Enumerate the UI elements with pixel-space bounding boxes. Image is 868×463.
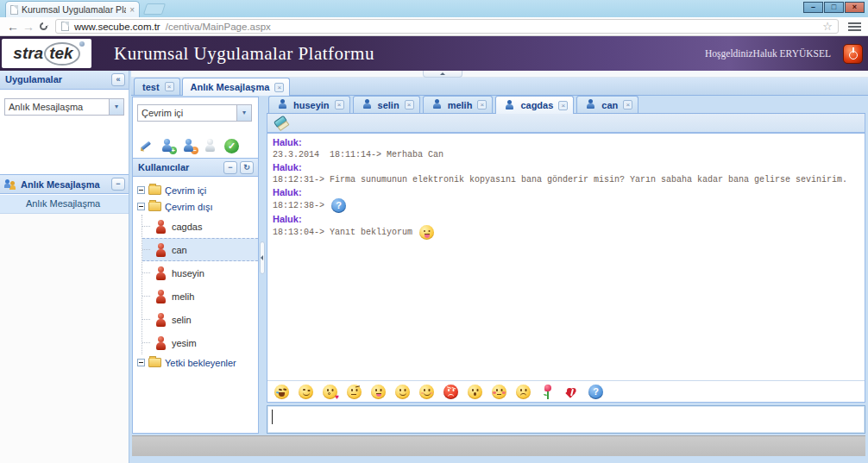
north-collapse-handle[interactable]	[423, 71, 462, 78]
tab-close-icon[interactable]: ×	[623, 100, 632, 109]
emoticon-wink[interactable]	[299, 385, 313, 399]
chat-tab-melih[interactable]: melih×	[423, 96, 494, 113]
chat-tab-can[interactable]: can×	[576, 96, 638, 113]
user-remove-icon[interactable]: −	[181, 138, 197, 153]
chat-message: Haluk:23.3.2014 18:11:14-> Merhaba Can	[273, 136, 859, 161]
chat-message: Haluk:18:12:31-> Firma sunumunun elektro…	[273, 161, 859, 186]
main-tab-anlık-mesajlaşma[interactable]: Anlık Mesajlaşma×	[182, 78, 291, 96]
chat-tab-huseyin[interactable]: huseyin×	[268, 96, 350, 113]
emoticon-sad[interactable]	[516, 385, 531, 399]
emoticon-kiss-heart[interactable]	[323, 385, 337, 399]
eraser-icon[interactable]	[273, 116, 288, 130]
browser-tab[interactable]: Kurumsal Uygulamalar Pla ×	[5, 1, 140, 17]
users-panel-header: Kullanıcılar − ↻	[133, 158, 258, 177]
logo-text-tek: tek	[44, 42, 79, 66]
logout-power-button[interactable]	[843, 44, 863, 64]
tree-connector-icon	[142, 249, 150, 250]
user-row-can[interactable]: can	[142, 238, 258, 261]
chat-tab-cagdas[interactable]: cagdas×	[495, 96, 574, 114]
new-tab-button[interactable]	[143, 3, 166, 15]
page-icon	[61, 22, 69, 31]
emoticon-angry[interactable]	[443, 385, 458, 399]
chat-tab-selin[interactable]: selin×	[353, 96, 420, 113]
bookmark-star-icon[interactable]: ☆	[822, 20, 833, 33]
tree-folder-çevrim-içi[interactable]: Çevrim içi	[133, 182, 258, 198]
emoticon-bar: ?	[267, 380, 865, 402]
tab-label: selin	[378, 100, 399, 110]
tab-close-icon[interactable]: ×	[165, 82, 174, 91]
emoticon-broken-heart[interactable]	[564, 385, 579, 399]
browser-window: Kurumsal Uygulamalar Pla × – □ × ← → www…	[0, 0, 868, 463]
application-dropdown[interactable]: Anlık Mesajlaşma ▾	[4, 98, 124, 116]
approve-icon[interactable]: ✓	[224, 139, 239, 153]
main-content: Çevrim içi ▾ +−✓ Kullanıcılar − ↻ Çevrim…	[131, 96, 868, 434]
url-bar[interactable]: www.secube.com.tr/centiva/MainPage.aspx …	[55, 19, 839, 34]
sidebar-collapse-button[interactable]: «	[111, 73, 125, 86]
tree-connector-icon	[142, 272, 150, 273]
user-row-cagdas[interactable]: cagdas	[142, 215, 258, 238]
minimize-button[interactable]: –	[803, 2, 823, 13]
emoticon-laugh-cry[interactable]	[274, 385, 289, 399]
chevron-down-icon[interactable]: ▾	[236, 105, 251, 121]
maximize-button[interactable]: □	[824, 2, 844, 13]
browser-tabstrip: Kurumsal Uygulamalar Pla × – □ ×	[0, 0, 868, 17]
user-offline-icon[interactable]	[203, 138, 218, 153]
browser-tab-close-icon[interactable]: ×	[129, 5, 135, 15]
emoticon-surprised[interactable]	[468, 385, 482, 399]
user-row-selin[interactable]: selin	[142, 308, 258, 331]
tab-close-icon[interactable]: ×	[274, 83, 284, 92]
tab-close-icon[interactable]: ×	[558, 101, 568, 110]
people-icon	[4, 179, 16, 190]
tab-label: can	[601, 100, 618, 110]
tab-close-icon[interactable]: ×	[477, 100, 487, 109]
logo-text-stra: stra	[13, 44, 43, 63]
main-tab-test[interactable]: test×	[134, 78, 180, 95]
emoticon-embarrassed[interactable]	[492, 385, 506, 399]
message-text: 23.3.2014 18:11:14-> Merhaba Can	[273, 148, 859, 161]
tree-folder-yetki-bekleyenler[interactable]: Yetki bekleyenler	[133, 354, 258, 371]
user-add-icon[interactable]: +	[160, 138, 175, 153]
emoticon-rose[interactable]	[540, 385, 555, 399]
tree-children: cagdascanhuseyinmelihselinyesim	[142, 215, 258, 354]
chat-user-icon	[362, 99, 373, 110]
user-row-yesim[interactable]: yesim	[142, 331, 258, 354]
emoticon-smile[interactable]	[395, 385, 410, 399]
tab-close-icon[interactable]: ×	[335, 100, 344, 109]
sidebar-item-anlik-mesajlasma[interactable]: Anlık Mesajlaşma	[0, 195, 129, 214]
emoticon-blush[interactable]	[419, 385, 434, 399]
refresh-icon[interactable]: ↻	[240, 161, 254, 174]
window-controls: – □ ×	[803, 2, 865, 13]
emoticon-question[interactable]: ?	[588, 385, 603, 399]
sidebar-group-header[interactable]: Anlık Mesajlaşma −	[0, 174, 129, 194]
user-panel-toolbar: +−✓	[138, 137, 245, 154]
chat-box: Haluk:23.3.2014 18:11:14-> Merhaba CanHa…	[267, 133, 865, 403]
user-label: cagdas	[172, 222, 202, 232]
user-row-huseyin[interactable]: huseyin	[142, 261, 258, 285]
forward-button[interactable]: →	[21, 17, 36, 36]
emoticon-skeptic[interactable]	[347, 385, 362, 399]
users-collapse-button[interactable]: −	[223, 161, 237, 174]
tree-folder-çevrim-dışı[interactable]: Çevrim dışı	[133, 198, 258, 215]
sidebar-header: Uygulamalar «	[0, 71, 129, 90]
chevron-down-icon[interactable]: ▾	[109, 99, 123, 115]
status-dropdown[interactable]: Çevrim içi ▾	[137, 104, 252, 122]
back-button[interactable]: ←	[5, 17, 21, 36]
menu-icon[interactable]	[848, 22, 861, 24]
tab-close-icon[interactable]: ×	[405, 100, 414, 109]
message-sender: Haluk:	[273, 161, 859, 173]
user-row-melih[interactable]: melih	[142, 285, 258, 308]
close-window-button[interactable]: ×	[845, 2, 865, 13]
pencil-icon[interactable]	[138, 138, 154, 153]
message-text-content: 23.3.2014 18:11:14-> Merhaba Can	[273, 150, 443, 160]
message-input-field[interactable]	[269, 408, 863, 431]
vertical-splitter[interactable]	[259, 97, 267, 434]
expander-icon[interactable]	[137, 203, 145, 210]
expander-icon[interactable]	[137, 186, 145, 194]
splitter-handle[interactable]	[260, 241, 265, 274]
emoticon-tongue[interactable]	[371, 385, 386, 399]
expander-icon[interactable]	[137, 359, 145, 366]
message-emoticon-tongue	[419, 225, 434, 240]
stratek-logo: stratek	[2, 39, 91, 68]
reload-button[interactable]	[40, 22, 47, 30]
group-collapse-button[interactable]: −	[111, 178, 125, 191]
